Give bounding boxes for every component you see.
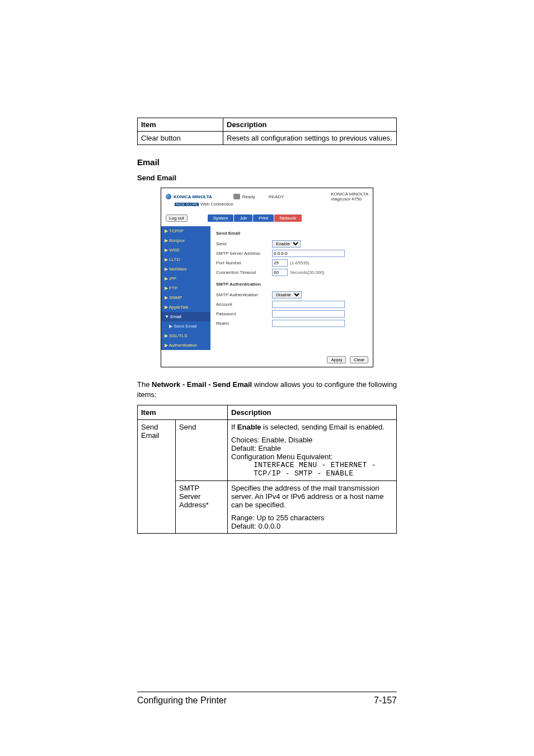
section-title-email: Email (137, 157, 397, 167)
footer-left: Configuring the Printer (137, 696, 227, 706)
sidebar-item-bonjour[interactable]: ▶ Bonjour (161, 236, 210, 245)
content-panel: Send Email Send Enable SMTP Server Addre… (210, 226, 373, 350)
select-smtp-auth[interactable]: Disable (272, 291, 302, 298)
desc-row1-col1: Send Email (138, 420, 176, 534)
desc-row1-desc: If Enable is selected, sending Email is … (228, 420, 397, 481)
page-footer: Configuring the Printer 7-157 (137, 692, 397, 706)
input-account[interactable] (272, 301, 345, 308)
label-port: Port Number (216, 260, 272, 265)
sidebar-item-ftp[interactable]: ▶ FTP (161, 283, 210, 293)
brand-logo-icon (166, 194, 171, 199)
sidebar-item-authentication[interactable]: ▶ Authentication (161, 340, 210, 350)
body-paragraph: The Network - Email - Send Email window … (137, 380, 397, 399)
brand-logo-text: KONICA MINOLTA (174, 194, 212, 199)
select-send[interactable]: Enable (272, 240, 301, 248)
label-realm: Realm (216, 321, 272, 326)
web-connection-text: Web Connection (200, 202, 233, 207)
tab-network[interactable]: Network (274, 214, 302, 222)
brand-right-line1: KONICA MINOLTA (331, 192, 368, 197)
pagescope-badge: PAGE SCOPE (175, 203, 199, 206)
input-smtp-address[interactable] (272, 250, 345, 257)
label-smtp-address: SMTP Server Address (216, 251, 272, 256)
subsection-title-send-email: Send Email (137, 174, 397, 182)
apply-button[interactable]: Apply (327, 356, 346, 363)
brand-right-line2: magicolor 4750 (331, 197, 368, 202)
hint-port: (1-65535) (290, 260, 310, 265)
hint-timeout: Seconds(30-300) (290, 270, 324, 275)
sidebar-item-wsd[interactable]: ▶ WSD (161, 245, 210, 255)
label-send: Send (216, 241, 272, 246)
sidebar-item-ssltls[interactable]: ▶ SSL/TLS (161, 331, 210, 340)
top-table: Item Description Clear button Resets all… (137, 118, 397, 145)
footer-right: 7-157 (374, 696, 397, 706)
desc-head-item: Item (138, 405, 228, 420)
desc-row2-col2: SMTP Server Address* (176, 481, 228, 534)
input-timeout[interactable] (272, 269, 288, 276)
input-port[interactable] (272, 259, 288, 267)
sidebar-item-send-email[interactable]: ▶ Send Email (161, 321, 210, 331)
desc-row2-desc: Specifies the address of the mail transm… (228, 481, 397, 534)
sidebar-item-tcpip[interactable]: ▶ TCP/IP (161, 226, 210, 236)
sidebar-item-ipp[interactable]: ▶ IPP (161, 274, 210, 283)
body-para-bold: Network - Email - Send Email (152, 380, 252, 389)
sidebar-item-netware[interactable]: ▶ NetWare (161, 264, 210, 274)
tab-system[interactable]: System (208, 214, 234, 222)
sidebar-item-appletalk[interactable]: ▶ AppleTalk (161, 302, 210, 312)
content-title-smtp-auth: SMTP Authentication (216, 282, 367, 287)
input-password[interactable] (272, 310, 345, 318)
desc-head-desc: Description (228, 405, 397, 420)
sidebar-item-snmp[interactable]: ▶ SNMP (161, 293, 210, 302)
logout-button[interactable]: Log out (166, 214, 188, 222)
top-table-row-item: Clear button (138, 132, 223, 145)
label-password: Password (216, 311, 272, 316)
printer-icon (233, 194, 240, 199)
desc-table: Item Description Send Email Send If Enab… (137, 405, 397, 534)
sidebar-item-email[interactable]: ▼ Email (161, 312, 210, 321)
label-account: Account (216, 302, 272, 307)
ready-status-text: READY (269, 194, 284, 199)
top-table-row-desc: Resets all configuration settings to pre… (223, 132, 397, 145)
label-timeout: Connection Timeout (216, 270, 272, 275)
tab-job[interactable]: Job (234, 214, 252, 222)
desc-row1-col2: Send (176, 420, 228, 481)
ready-label: Ready (242, 194, 255, 199)
clear-button[interactable]: Clear (350, 356, 368, 363)
top-table-head-item: Item (138, 118, 223, 132)
brand-logo: KONICA MINOLTA (166, 194, 212, 199)
sidebar-item-lltd[interactable]: ▶ LLTD (161, 255, 210, 264)
tab-print[interactable]: Print (253, 214, 273, 222)
sidebar: ▶ TCP/IP ▶ Bonjour ▶ WSD ▶ LLTD ▶ NetWar… (161, 226, 210, 350)
top-table-head-desc: Description (223, 118, 397, 132)
content-title-send-email: Send Email (216, 231, 367, 236)
body-para-pre: The (137, 380, 152, 389)
screenshot-frame: KONICA MINOLTA Ready READY KONICA MINOLT… (161, 188, 373, 367)
input-realm[interactable] (272, 320, 345, 327)
label-smtp-auth: SMTP Authentication (216, 292, 272, 297)
tab-bar: System Job Print Network (208, 214, 302, 222)
